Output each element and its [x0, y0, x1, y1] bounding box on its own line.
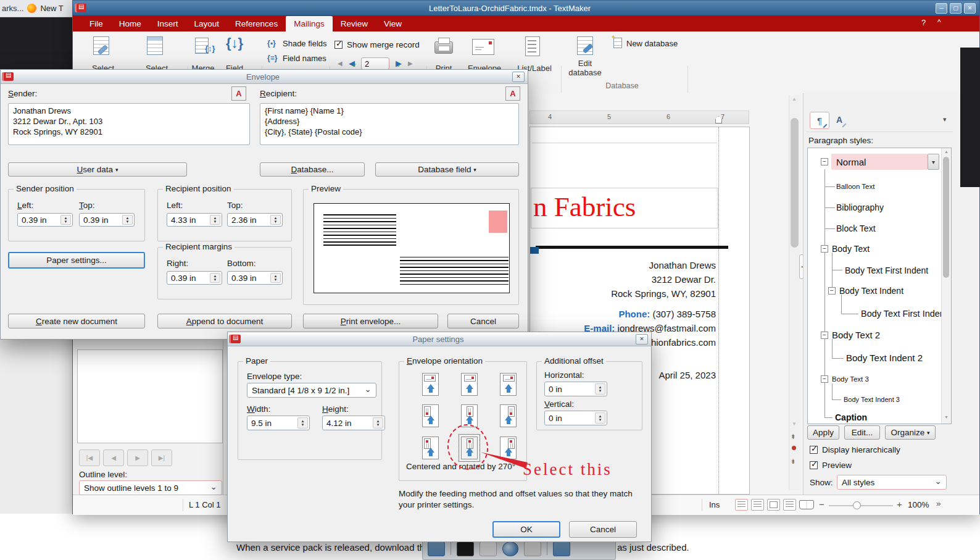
- first-record-icon[interactable]: ◀: [338, 60, 343, 67]
- close-icon[interactable]: ✕: [636, 334, 648, 345]
- style-item[interactable]: Balloon Text: [836, 183, 874, 190]
- style-item[interactable]: Body Text Indent: [839, 286, 903, 296]
- print-envelope-button[interactable]: Print envelope...: [303, 314, 438, 328]
- selection-handle[interactable]: [530, 247, 539, 254]
- margin-bottom-spinner[interactable]: 0.39 in: [227, 271, 283, 285]
- dock-folder-icon[interactable]: [428, 541, 445, 556]
- style-item-normal[interactable]: Normal: [836, 157, 866, 167]
- orientation-option-1[interactable]: [422, 373, 439, 396]
- orientation-option-2[interactable]: [461, 373, 478, 396]
- character-style-mode-button[interactable]: A: [831, 112, 848, 128]
- scroll-up-icon[interactable]: ▲: [944, 149, 949, 154]
- style-item[interactable]: Body Text First Indent: [845, 265, 928, 275]
- prev-page-icon[interactable]: ⇞: [791, 433, 795, 440]
- style-item[interactable]: Body Text Indent 3: [844, 396, 900, 403]
- spinner-arrows-icon[interactable]: [60, 215, 71, 225]
- tab-review[interactable]: Review: [333, 16, 376, 31]
- style-item[interactable]: Caption: [835, 412, 867, 422]
- orientation-option-6[interactable]: [500, 404, 517, 427]
- dock-folder2-icon[interactable]: [553, 541, 570, 556]
- style-item[interactable]: Body Text 2: [832, 330, 880, 340]
- vertical-offset-spinner[interactable]: 0 in: [544, 411, 607, 425]
- tab-mailings[interactable]: Mailings: [286, 16, 333, 31]
- outline-view-icon[interactable]: [783, 499, 796, 511]
- nav-last-button[interactable]: ▶|: [151, 449, 172, 466]
- paragraph-style-mode-button[interactable]: ¶: [810, 112, 829, 129]
- envelope-type-combo[interactable]: Standard [4 1/8 x 9 1/2 in.]: [247, 383, 376, 398]
- tab-home[interactable]: Home: [111, 16, 149, 31]
- scroll-down-icon[interactable]: ▼: [944, 415, 949, 419]
- next-page-icon[interactable]: ⇟: [791, 458, 795, 465]
- expander-icon[interactable]: [821, 245, 828, 253]
- style-item[interactable]: Body Text: [832, 244, 870, 254]
- dock-terminal-icon[interactable]: [457, 541, 474, 556]
- style-item[interactable]: Body Text Indent 2: [846, 353, 923, 363]
- spinner-arrows-icon[interactable]: [270, 215, 281, 225]
- display-hierarchically-checkbox[interactable]: Display hierarchically: [810, 445, 900, 454]
- window-titlebar[interactable]: LetterToLaura-OrchidFabric.tmdx - TextMa…: [73, 1, 979, 15]
- nav-first-button[interactable]: |◀: [79, 449, 100, 466]
- tab-layout[interactable]: Layout: [186, 16, 228, 31]
- recipient-left-spinner[interactable]: 4.33 in: [167, 213, 222, 227]
- style-dropdown-button[interactable]: ▾: [928, 154, 939, 170]
- sender-input[interactable]: Jonathan Drews 3212 Dewar Dr., Apt. 103 …: [8, 103, 250, 145]
- organize-button[interactable]: Organize ▾: [885, 425, 936, 440]
- scroll-down-icon[interactable]: ▼: [792, 421, 797, 427]
- maximize-button[interactable]: ▢: [950, 3, 961, 14]
- book-view-icon[interactable]: [799, 500, 814, 509]
- style-item[interactable]: Body Text First Indent: [861, 309, 947, 319]
- expander-icon[interactable]: [821, 332, 828, 339]
- zoom-in-icon[interactable]: +: [897, 499, 902, 509]
- expander-icon[interactable]: [821, 158, 828, 165]
- scroll-up-icon[interactable]: ▲: [792, 96, 797, 102]
- zoom-slider-track[interactable]: [829, 505, 893, 506]
- database-button[interactable]: Database...: [260, 162, 365, 177]
- cancel-button[interactable]: Cancel: [447, 314, 519, 328]
- style-item[interactable]: Block Text: [836, 224, 876, 233]
- paper-settings-button[interactable]: Paper settings...: [8, 252, 145, 269]
- nav-prev-button[interactable]: ◀: [103, 449, 124, 466]
- normal-view-icon[interactable]: [751, 499, 764, 511]
- close-icon[interactable]: ✕: [512, 72, 525, 82]
- spinner-arrows-icon[interactable]: [595, 383, 605, 395]
- orientation-option-3[interactable]: [500, 373, 517, 396]
- show-styles-combo[interactable]: All styles: [837, 475, 947, 490]
- style-item[interactable]: Bibliography: [836, 203, 884, 212]
- edit-style-button[interactable]: Edit...: [844, 425, 880, 440]
- database-field-button[interactable]: Database field ▾: [375, 162, 519, 177]
- spinner-arrows-icon[interactable]: [373, 417, 383, 428]
- recipient-font-button[interactable]: A: [505, 86, 520, 101]
- insert-mode-indicator[interactable]: Ins: [709, 500, 720, 509]
- prev-record-icon[interactable]: ◀✓: [349, 59, 355, 68]
- expander-icon[interactable]: [821, 375, 828, 383]
- height-spinner[interactable]: 4.12 in: [322, 416, 385, 430]
- scroll-thumb[interactable]: [943, 157, 949, 278]
- new-database-button[interactable]: New database: [626, 39, 678, 48]
- spinner-arrows-icon[interactable]: [122, 215, 133, 225]
- user-data-button[interactable]: User data ▾: [8, 162, 187, 177]
- tab-view[interactable]: View: [376, 16, 410, 31]
- apply-button[interactable]: Apply: [807, 425, 839, 440]
- style-item[interactable]: Body Text 3: [832, 375, 869, 383]
- orientation-option-4[interactable]: [422, 404, 439, 427]
- zoom-out-icon[interactable]: −: [819, 499, 824, 509]
- envelope-dialog-titlebar[interactable]: Envelope ✕: [1, 70, 528, 84]
- sidebar-menu-icon[interactable]: ▾: [943, 115, 947, 123]
- sender-top-spinner[interactable]: 0.39 in: [79, 213, 135, 227]
- nav-next-button[interactable]: ▶: [127, 449, 148, 466]
- preview-checkbox[interactable]: Preview: [810, 461, 852, 470]
- sender-left-spinner[interactable]: 0.39 in: [17, 213, 73, 227]
- spinner-arrows-icon[interactable]: [210, 215, 220, 225]
- ok-button[interactable]: OK: [492, 521, 560, 538]
- help-button[interactable]: ?: [921, 18, 926, 27]
- sender-font-button[interactable]: A: [231, 86, 246, 101]
- close-button[interactable]: ✕: [964, 3, 976, 14]
- spinner-arrows-icon[interactable]: [595, 412, 605, 424]
- cancel-button[interactable]: Cancel: [569, 521, 637, 538]
- recipient-top-spinner[interactable]: 2.36 in: [227, 213, 283, 227]
- orientation-option-7[interactable]: [422, 437, 439, 459]
- expander-icon[interactable]: [828, 287, 836, 295]
- spinner-arrows-icon[interactable]: [270, 273, 281, 283]
- browser-tab-title[interactable]: New T: [40, 4, 63, 13]
- dock-app-icon[interactable]: [480, 541, 497, 556]
